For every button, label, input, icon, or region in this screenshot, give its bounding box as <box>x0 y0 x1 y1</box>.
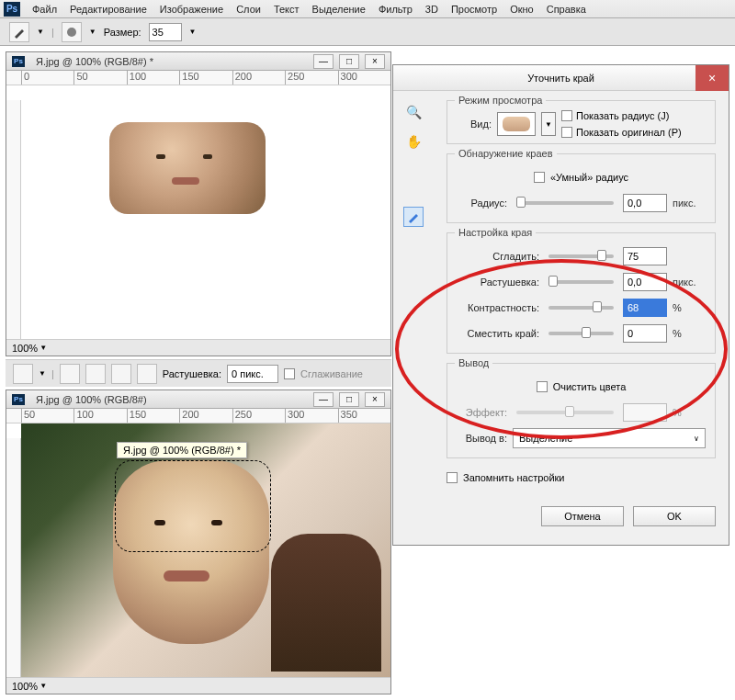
output-to-select[interactable]: Выделение ∨ <box>513 428 706 448</box>
separator: | <box>51 27 54 38</box>
zoom-tool-icon[interactable]: 🔍 <box>403 102 424 122</box>
dialog-titlebar[interactable]: Уточнить край × <box>393 65 729 91</box>
effect-label: Эффект: <box>457 407 507 418</box>
menu-bar: Ps Файл Редактирование Изображение Слои … <box>0 0 735 18</box>
menu-text[interactable]: Текст <box>267 4 306 15</box>
sel-intersect-icon[interactable] <box>137 364 157 384</box>
contrast-unit: % <box>673 302 706 313</box>
doc1-canvas[interactable] <box>6 85 390 339</box>
smart-radius-checkbox[interactable] <box>534 172 545 183</box>
minimize-icon[interactable]: — <box>313 54 334 69</box>
smooth-slider[interactable] <box>548 254 614 258</box>
remember-settings-label: Запомнить настройки <box>463 472 565 483</box>
doc-icon: Ps <box>12 56 25 67</box>
contrast-slider[interactable] <box>548 306 614 310</box>
marquee-selection[interactable] <box>115 460 271 552</box>
output-title: Вывод <box>455 357 492 368</box>
remember-settings-checkbox[interactable] <box>447 472 458 483</box>
sel-new-icon[interactable] <box>60 364 80 384</box>
shift-edge-input[interactable] <box>623 324 667 343</box>
brush-tool-icon[interactable] <box>9 22 29 42</box>
dropdown-icon[interactable]: ▼ <box>189 28 197 36</box>
show-radius-label: Показать радиус (J) <box>576 110 669 121</box>
adjust-edge-title: Настройка края <box>455 227 536 238</box>
cancel-button[interactable]: Отмена <box>541 506 624 526</box>
menu-view[interactable]: Просмотр <box>445 4 503 15</box>
options-bar: ▼ | ▼ Размер: ▼ <box>0 18 735 46</box>
refine-brush-tool-icon[interactable] <box>403 207 424 227</box>
feather-slider[interactable] <box>548 280 614 284</box>
radius-input[interactable] <box>623 194 667 212</box>
doc2-title: Я.jpg @ 100% (RGB/8#) <box>36 394 308 405</box>
contrast-input[interactable] <box>623 299 667 317</box>
dialog-tool-sidebar: 🔍 ✋ <box>402 102 424 227</box>
zoom-dropdown-icon[interactable]: ▼ <box>40 682 47 690</box>
doc2-tooltip: Я.jpg @ 100% (RGB/8#) * <box>117 442 247 458</box>
radius-unit: пикс. <box>673 198 706 209</box>
doc2-vertical-ruler <box>6 438 21 677</box>
output-group: Вывод Очистить цвета Эффект: % Вывод в: … <box>447 363 716 458</box>
feather-label: Растушевка: <box>457 277 539 288</box>
dropdown-icon[interactable]: ▼ <box>39 369 46 378</box>
edge-detection-title: Обнаружение краев <box>455 148 557 159</box>
maximize-icon[interactable]: □ <box>339 392 359 407</box>
minimize-icon[interactable]: — <box>313 392 334 407</box>
menu-3d[interactable]: 3D <box>419 4 445 15</box>
sel-sub-icon[interactable] <box>111 364 131 384</box>
doc2-zoom[interactable]: 100% <box>12 681 38 692</box>
doc2-canvas[interactable]: Я.jpg @ 100% (RGB/8#) * <box>6 423 390 677</box>
close-icon[interactable]: × <box>365 392 385 407</box>
doc2-titlebar[interactable]: Ps Я.jpg @ 100% (RGB/8#) — □ × <box>6 390 390 409</box>
menu-help[interactable]: Справка <box>540 4 593 15</box>
ok-button[interactable]: OK <box>633 506 716 526</box>
dialog-close-icon[interactable]: × <box>695 65 729 91</box>
effect-unit: % <box>673 407 706 418</box>
antialias-label: Сглаживание <box>300 368 363 379</box>
edge-detection-group: Обнаружение краев «Умный» радиус Радиус:… <box>447 153 716 223</box>
view-mode-group: Режим просмотра Вид: ▼ Показать радиус (… <box>447 100 716 144</box>
close-icon[interactable]: × <box>365 54 385 69</box>
menu-image[interactable]: Изображение <box>153 4 230 15</box>
menu-edit[interactable]: Редактирование <box>63 4 153 15</box>
doc1-titlebar[interactable]: Ps Я.jpg @ 100% (RGB/8#) * — □ × <box>6 52 390 71</box>
doc-icon: Ps <box>12 394 25 405</box>
dropdown-icon[interactable]: ▼ <box>37 28 44 36</box>
view-thumbnail[interactable] <box>497 112 536 136</box>
smooth-input[interactable] <box>623 247 667 265</box>
size-input[interactable] <box>149 23 182 41</box>
radius-slider[interactable] <box>516 201 614 205</box>
doc1-zoom[interactable]: 100% <box>12 343 38 354</box>
show-radius-checkbox[interactable] <box>561 110 572 121</box>
feather-input[interactable] <box>227 365 278 383</box>
marquee-rect-icon[interactable] <box>13 364 33 384</box>
maximize-icon[interactable]: □ <box>339 54 359 69</box>
zoom-dropdown-icon[interactable]: ▼ <box>40 344 47 352</box>
show-original-label: Показать оригинал (P) <box>576 127 682 138</box>
svg-point-0 <box>67 28 76 37</box>
hand-tool-icon[interactable]: ✋ <box>403 131 424 152</box>
decontaminate-checkbox[interactable] <box>537 381 548 392</box>
shift-edge-slider[interactable] <box>548 332 614 335</box>
chevron-down-icon: ∨ <box>694 435 699 443</box>
menu-select[interactable]: Выделение <box>306 4 372 15</box>
menu-layers[interactable]: Слои <box>230 4 267 15</box>
output-to-label: Вывод в: <box>457 433 507 444</box>
menu-filter[interactable]: Фильтр <box>372 4 419 15</box>
sel-add-icon[interactable] <box>85 364 106 384</box>
view-dropdown-icon[interactable]: ▼ <box>541 112 556 136</box>
brush-preview-icon[interactable] <box>62 22 82 42</box>
view-label: Вид: <box>457 119 492 130</box>
feather-dlg-input[interactable] <box>623 273 667 291</box>
menu-window[interactable]: Окно <box>503 4 540 15</box>
dropdown-icon[interactable]: ▼ <box>89 28 96 36</box>
menu-file[interactable]: Файл <box>26 4 63 15</box>
smooth-label: Сгладить: <box>457 251 539 262</box>
doc1-title: Я.jpg @ 100% (RGB/8#) * <box>36 56 308 67</box>
separator: | <box>51 368 54 379</box>
effect-input <box>623 403 667 422</box>
adjust-edge-group: Настройка края Сгладить: Растушевка: пик… <box>447 232 716 354</box>
antialias-checkbox[interactable] <box>284 368 295 379</box>
doc1-statusbar: 100% ▼ <box>6 339 390 356</box>
show-original-checkbox[interactable] <box>561 127 572 138</box>
selection-options-bar: ▼ | Растушевка: Сглаживание <box>6 359 391 387</box>
